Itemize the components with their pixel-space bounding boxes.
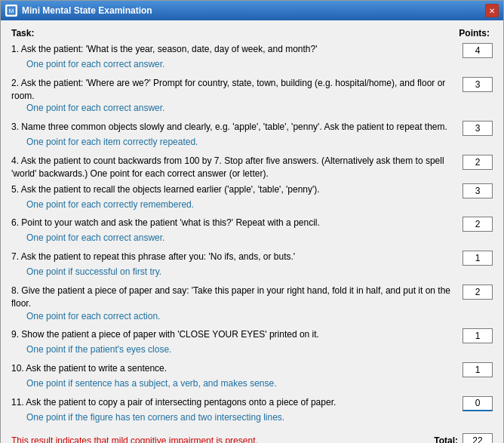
points-input-1[interactable] — [463, 43, 493, 58]
points-input-2[interactable] — [463, 77, 493, 92]
question-row-5: 5. Ask the patient to recall the objects… — [11, 183, 493, 198]
sub-text-9: One point if the patient's eyes close. — [11, 343, 493, 356]
points-input-7[interactable] — [463, 251, 493, 266]
content-area: Task: Points: 1. Ask the patient: 'What … — [1, 20, 503, 443]
sub-text-8: One point for each correct action. — [11, 310, 493, 323]
points-input-9[interactable] — [463, 328, 493, 343]
question-block-10: 10. Ask the patient to write a sentence.… — [11, 362, 493, 393]
total-label: Total: — [434, 435, 458, 443]
points-input-3[interactable] — [463, 121, 493, 136]
question-row-9: 9. Show the patient a piece of paper wit… — [11, 328, 493, 343]
total-area: Total: — [434, 433, 493, 443]
question-row-11: 11. Ask the patient to copy a pair of in… — [11, 396, 493, 411]
question-block-4: 4. Ask the patient to count backwards fr… — [11, 155, 493, 180]
sub-text-5: One point for each correctly remembered. — [11, 198, 493, 211]
svg-text:M: M — [9, 8, 14, 14]
question-text-2: 2. Ask the patient: 'Where are we?' Prom… — [11, 77, 459, 103]
points-input-5[interactable] — [463, 183, 493, 198]
window-title: Mini Mental State Examination — [22, 5, 152, 16]
question-row-8: 8. Give the patient a piece of paper and… — [11, 285, 493, 310]
question-row-6: 6. Point to your watch and ask the patie… — [11, 217, 493, 232]
points-input-8[interactable] — [463, 285, 493, 300]
question-block-9: 9. Show the patient a piece of paper wit… — [11, 328, 493, 359]
question-text-8: 8. Give the patient a piece of paper and… — [11, 285, 459, 310]
question-text-5: 5. Ask the patient to recall the objects… — [11, 183, 459, 196]
question-block-7: 7. Ask the patient to repeat this phrase… — [11, 251, 493, 281]
question-text-3: 3. Name three common objects slowly and … — [11, 121, 459, 134]
result-text: This result indicates that mild cognitiv… — [11, 435, 258, 443]
points-input-4[interactable] — [463, 155, 493, 170]
sub-text-6: One point for each correct answer. — [11, 232, 493, 245]
sub-text-10: One point if sentence has a subject, a v… — [11, 377, 493, 390]
question-text-11: 11. Ask the patient to copy a pair of in… — [11, 396, 459, 409]
sub-text-3: One point for each item correctly repeat… — [11, 136, 493, 149]
title-bar: M Mini Mental State Examination ✕ — [1, 1, 503, 20]
question-block-6: 6. Point to your watch and ask the patie… — [11, 217, 493, 248]
question-block-1: 1. Ask the patient: 'What is the year, s… — [11, 43, 493, 74]
points-input-10[interactable] — [463, 362, 493, 377]
total-input[interactable] — [463, 433, 493, 443]
main-window: M Mini Mental State Examination ✕ Task: … — [0, 0, 504, 443]
result-row: This result indicates that mild cognitiv… — [11, 433, 493, 443]
question-text-10: 10. Ask the patient to write a sentence. — [11, 362, 459, 375]
questions-list: 1. Ask the patient: 'What is the year, s… — [11, 43, 493, 429]
question-text-7: 7. Ask the patient to repeat this phrase… — [11, 251, 459, 263]
sub-text-2: One point for each correct answer. — [11, 102, 493, 115]
question-block-3: 3. Name three common objects slowly and … — [11, 121, 493, 152]
question-row-4: 4. Ask the patient to count backwards fr… — [11, 155, 493, 180]
question-text-4: 4. Ask the patient to count backwards fr… — [11, 155, 459, 180]
question-block-5: 5. Ask the patient to recall the objects… — [11, 183, 493, 214]
question-row-3: 3. Name three common objects slowly and … — [11, 121, 493, 136]
task-column-header: Task: — [11, 28, 34, 38]
question-block-8: 8. Give the patient a piece of paper and… — [11, 285, 493, 325]
window-close-button[interactable]: ✕ — [485, 4, 499, 17]
question-block-11: 11. Ask the patient to copy a pair of in… — [11, 396, 493, 427]
points-column-header: Points: — [459, 28, 493, 38]
title-bar-left: M Mini Mental State Examination — [5, 5, 152, 17]
question-row-10: 10. Ask the patient to write a sentence. — [11, 362, 493, 377]
question-text-9: 9. Show the patient a piece of paper wit… — [11, 328, 459, 341]
question-row-2: 2. Ask the patient: 'Where are we?' Prom… — [11, 77, 493, 103]
question-text-1: 1. Ask the patient: 'What is the year, s… — [11, 43, 459, 56]
app-icon: M — [5, 5, 17, 17]
sub-text-1: One point for each correct answer. — [11, 58, 493, 71]
question-text-6: 6. Point to your watch and ask the patie… — [11, 217, 459, 229]
sub-text-7: One point if successful on first try. — [11, 266, 493, 278]
question-block-2: 2. Ask the patient: 'Where are we?' Prom… — [11, 77, 493, 118]
question-row-7: 7. Ask the patient to repeat this phrase… — [11, 251, 493, 266]
sub-text-11: One point if the figure has ten corners … — [11, 411, 493, 424]
points-input-6[interactable] — [463, 217, 493, 232]
question-row-1: 1. Ask the patient: 'What is the year, s… — [11, 43, 493, 58]
column-headers: Task: Points: — [11, 28, 493, 38]
points-input-11[interactable] — [463, 396, 493, 411]
